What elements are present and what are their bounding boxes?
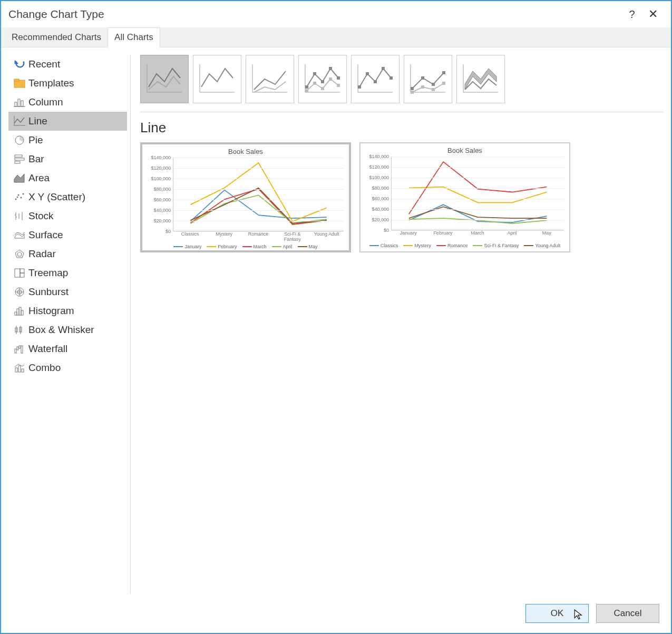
plot (173, 158, 344, 231)
svg-rect-4 (21, 101, 23, 106)
svg-rect-35 (21, 310, 23, 315)
svg-rect-3 (18, 99, 20, 106)
chart-subtype-6[interactable] (456, 55, 505, 103)
sidebar-item-label: Sunburst (28, 286, 69, 298)
svg-rect-45 (18, 366, 21, 372)
chart-subtype-2[interactable] (246, 55, 294, 103)
chart-subtype-4[interactable] (351, 55, 400, 103)
sidebar-item-x-y-scatter-[interactable]: X Y (Scatter) (8, 188, 127, 207)
pie-icon (11, 135, 28, 145)
svg-rect-32 (15, 312, 17, 315)
svg-rect-27 (20, 273, 24, 277)
close-button[interactable]: ✕ (642, 7, 664, 21)
svg-rect-1 (14, 79, 19, 81)
svg-rect-11 (15, 161, 20, 163)
svg-rect-40 (15, 349, 16, 353)
sidebar-item-label: Treemap (28, 267, 68, 279)
svg-rect-77 (442, 71, 445, 74)
legend-item: February (207, 244, 237, 249)
svg-rect-81 (442, 82, 445, 85)
sidebar-item-combo[interactable]: Combo (8, 358, 127, 377)
scatter-icon (11, 192, 28, 202)
chart-subtype-1[interactable] (193, 55, 241, 103)
svg-rect-62 (321, 87, 324, 90)
sidebar-item-sunburst[interactable]: Sunburst (8, 282, 127, 301)
chart-title: Book Sales (145, 148, 346, 155)
sidebar-item-label: Column (28, 96, 63, 108)
chart-subtype-5[interactable] (404, 55, 452, 103)
sidebar-item-pie[interactable]: Pie (8, 131, 127, 150)
sidebar-item-label: Pie (28, 134, 43, 146)
svg-rect-33 (17, 309, 19, 315)
sidebar-item-line[interactable]: Line (8, 112, 127, 131)
tabstrip: Recommended Charts All Charts (1, 27, 671, 47)
chart-subtype-0[interactable] (140, 55, 189, 103)
area-icon (11, 173, 28, 183)
sidebar-item-stock[interactable]: Stock (8, 207, 127, 226)
sidebar-item-box-whisker[interactable]: Box & Whisker (8, 320, 127, 339)
sidebar-item-bar[interactable]: Bar (8, 150, 127, 169)
sidebar-item-label: Recent (28, 58, 60, 70)
sidebar-item-recent[interactable]: Recent (8, 55, 127, 74)
sidebar-item-waterfall[interactable]: Waterfall (8, 339, 127, 358)
sidebar-item-label: Box & Whisker (28, 324, 94, 336)
sidebar-item-treemap[interactable]: Treemap (8, 264, 127, 282)
sidebar-item-templates[interactable]: Templates (8, 74, 127, 93)
svg-rect-57 (321, 80, 324, 83)
svg-point-15 (21, 197, 22, 199)
legend-item: Classics (369, 243, 398, 248)
templates-icon (11, 79, 28, 88)
change-chart-type-dialog: Change Chart Type ? ✕ Recommended Charts… (0, 0, 672, 634)
svg-marker-24 (17, 252, 22, 256)
ok-button[interactable]: OK (525, 604, 589, 623)
sidebar-item-label: Area (28, 172, 50, 184)
main-panel: Line Book Sales$0$20,000$40,000$60,000$8… (131, 55, 664, 594)
chart-subtype-3[interactable] (298, 55, 347, 103)
svg-rect-46 (22, 369, 24, 372)
svg-rect-55 (305, 85, 308, 89)
chart-plot-area: $0$20,000$40,000$60,000$80,000$100,000$1… (145, 158, 346, 242)
svg-marker-12 (14, 174, 24, 182)
help-button[interactable]: ? (621, 8, 642, 21)
chart-preview-1[interactable]: Book Sales$0$20,000$40,000$60,000$80,000… (359, 142, 570, 252)
sidebar-item-area[interactable]: Area (8, 169, 127, 188)
svg-rect-79 (421, 85, 424, 89)
sidebar-item-label: X Y (Scatter) (28, 191, 85, 203)
column-icon (11, 97, 28, 108)
svg-point-16 (23, 193, 24, 195)
svg-rect-44 (15, 368, 17, 372)
sidebar-item-histogram[interactable]: Histogram (8, 301, 127, 320)
chart-subtype-row (140, 55, 664, 112)
svg-marker-23 (15, 250, 24, 258)
svg-rect-26 (20, 269, 24, 273)
sidebar-item-label: Bar (28, 153, 44, 165)
sidebar-item-surface[interactable]: Surface (8, 226, 127, 245)
sidebar-item-label: Combo (28, 362, 61, 374)
svg-rect-58 (329, 67, 332, 70)
y-axis: $0$20,000$40,000$60,000$80,000$100,000$1… (364, 157, 391, 230)
stock-icon (11, 211, 28, 221)
svg-point-13 (15, 199, 17, 200)
chart-type-title: Line (140, 120, 664, 136)
svg-rect-63 (329, 77, 332, 81)
sidebar-item-column[interactable]: Column (8, 93, 127, 112)
cancel-button[interactable]: Cancel (596, 604, 659, 623)
treemap-icon (11, 268, 28, 278)
recent-icon (11, 59, 28, 70)
tab-recommended-charts[interactable]: Recommended Charts (5, 28, 108, 47)
svg-rect-80 (432, 88, 435, 91)
svg-rect-74 (411, 87, 414, 90)
chart-category-sidebar: RecentTemplatesColumnLinePieBarAreaX Y (… (8, 55, 131, 594)
tab-all-charts[interactable]: All Charts (108, 27, 160, 47)
x-axis: ClassicsMysteryRomanceSci-Fi & FantasyYo… (173, 231, 344, 242)
svg-rect-67 (358, 85, 361, 89)
dialog-footer: OK Cancel (1, 594, 671, 633)
sunburst-icon (11, 287, 28, 297)
sidebar-item-radar[interactable]: Radar (8, 245, 127, 264)
combo-icon (11, 363, 28, 373)
sidebar-item-label: Surface (28, 229, 63, 241)
sidebar-item-label: Line (28, 115, 47, 127)
svg-rect-68 (366, 72, 369, 75)
chart-preview-0[interactable]: Book Sales$0$20,000$40,000$60,000$80,000… (140, 142, 351, 252)
y-axis: $0$20,000$40,000$60,000$80,000$100,000$1… (145, 158, 173, 231)
